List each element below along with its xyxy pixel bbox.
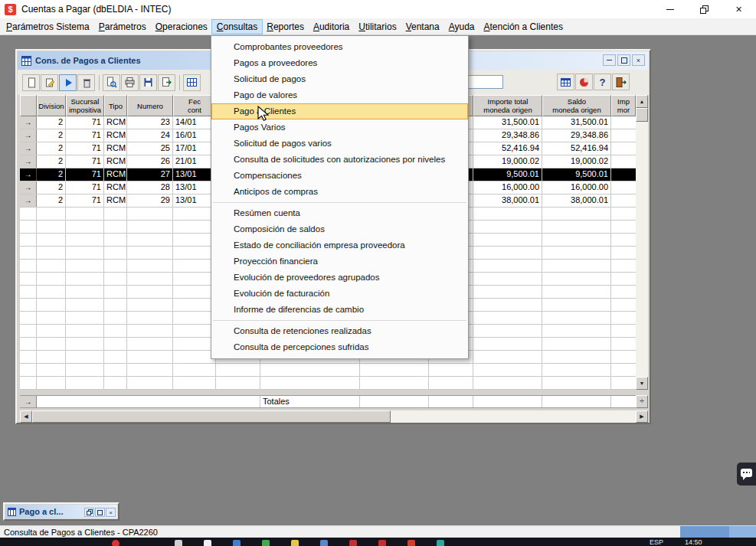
export-button[interactable] <box>158 74 175 91</box>
menu-item[interactable]: Consulta de percepciones sufridas <box>211 339 468 355</box>
table-cell[interactable]: 2 <box>37 181 66 194</box>
save-button[interactable] <box>139 74 157 91</box>
horizontal-scroll-thumb[interactable] <box>32 410 391 423</box>
menu-ayuda[interactable]: Ayuda <box>444 20 479 34</box>
column-header-importe[interactable]: Importe totalmoneda origen <box>473 95 542 116</box>
menu-reportes[interactable]: Reportes <box>262 20 309 34</box>
table-cell[interactable]: 27 <box>127 168 173 181</box>
table-cell[interactable]: 2 <box>37 142 66 155</box>
table-cell[interactable]: 13/01 <box>173 168 216 181</box>
menu-auditoria[interactable]: Auditoria <box>309 20 354 34</box>
taskbar-icon[interactable] <box>262 540 270 546</box>
table-cell[interactable]: 38,000.01 <box>473 195 542 207</box>
edit-button[interactable] <box>41 74 58 91</box>
menu-atencion-a-clientes[interactable]: Atención a Clientes <box>479 20 568 34</box>
table-cell[interactable]: 29,348.86 <box>542 129 611 142</box>
table-cell[interactable]: 23 <box>127 116 173 129</box>
child-maximize-button[interactable] <box>617 54 630 66</box>
table-cell[interactable]: 16,000.00 <box>542 181 611 194</box>
table-cell[interactable] <box>611 129 636 142</box>
taskbar-icon[interactable] <box>349 540 357 546</box>
scroll-down-button[interactable]: ▼ <box>636 377 648 390</box>
table-cell[interactable]: 52,416.94 <box>542 142 611 155</box>
close-button[interactable]: × <box>722 0 756 18</box>
language-indicator[interactable]: ESP <box>650 538 663 546</box>
table-cell[interactable]: 26 <box>127 155 173 168</box>
vertical-scroll-thumb[interactable] <box>636 108 648 122</box>
menu-item[interactable]: Proyección financiera <box>211 253 468 270</box>
vertical-scrollbar[interactable]: ▲ ▼ <box>636 95 648 390</box>
column-header-imp[interactable]: Impmor <box>611 95 636 116</box>
menu-parametros[interactable]: Parámetros <box>94 20 151 34</box>
menu-parametros-sistema[interactable]: Parámetros Sistema <box>2 20 94 34</box>
table-cell[interactable]: 14/01 <box>173 116 216 129</box>
menu-item[interactable]: Pago de valores <box>211 87 468 103</box>
menu-utilitarios[interactable]: Utilitarios <box>354 20 401 34</box>
taskbar-icon[interactable] <box>320 540 328 546</box>
table-cell[interactable]: 71 <box>66 181 104 194</box>
taskbar-icon[interactable] <box>175 540 182 546</box>
menu-item[interactable]: Estado de conciliación empresa proveedor… <box>211 237 468 253</box>
table-cell[interactable]: 13/01 <box>173 195 216 207</box>
exit-button[interactable] <box>612 74 630 90</box>
column-header-fecha[interactable]: Feccont <box>173 95 216 116</box>
table-cell[interactable]: 2 <box>37 116 66 129</box>
child-minimize-button[interactable] <box>603 54 616 66</box>
menu-item[interactable]: Informe de diferencias de cambio <box>211 302 468 318</box>
table-cell[interactable]: 16,000.00 <box>473 181 542 194</box>
menu-item[interactable]: Compensaciones <box>211 168 468 184</box>
table-cell[interactable]: RCM <box>104 155 127 168</box>
help-button[interactable]: ? <box>594 74 611 90</box>
table-cell[interactable] <box>611 181 636 194</box>
table-cell[interactable]: RCM <box>104 129 127 142</box>
table-cell[interactable] <box>611 155 636 168</box>
minimized-window[interactable]: Pago a cl... × <box>3 502 119 521</box>
print-button[interactable] <box>121 74 139 91</box>
menu-consultas[interactable]: Consultas <box>212 20 262 34</box>
taskbar-icon[interactable] <box>378 540 386 546</box>
run-button[interactable] <box>59 74 77 91</box>
table-cell[interactable]: 71 <box>66 195 104 207</box>
preview-button[interactable] <box>103 74 120 91</box>
restore-button[interactable] <box>687 0 722 18</box>
table-cell[interactable]: RCM <box>104 142 127 155</box>
maximize-button[interactable] <box>95 508 105 517</box>
column-header-sucursal[interactable]: Sucursalimpositiva <box>66 95 104 116</box>
table-cell[interactable] <box>611 142 636 155</box>
table-cell[interactable]: RCM <box>104 181 127 194</box>
horizontal-scrollbar[interactable]: ◀ ▶ <box>20 410 648 423</box>
new-button[interactable] <box>22 74 40 91</box>
menu-item[interactable]: Consulta de solicitudes con autorizacion… <box>211 152 468 168</box>
table-cell[interactable]: 17/01 <box>173 142 216 155</box>
menu-item-pago-a-clientes[interactable]: Pago a Clientes <box>211 103 468 119</box>
table-cell[interactable]: 13/01 <box>173 181 216 194</box>
chart-button[interactable] <box>575 74 593 90</box>
restore-button[interactable] <box>84 508 94 517</box>
table-cell[interactable]: RCM <box>104 168 127 181</box>
column-header-numero[interactable]: Numero <box>127 95 173 116</box>
minimize-button[interactable] <box>653 0 687 18</box>
table-cell[interactable]: 2 <box>37 129 66 142</box>
taskbar-icon[interactable] <box>233 540 241 546</box>
close-button[interactable]: × <box>106 508 116 517</box>
menu-item[interactable]: Comprobantes proveedores <box>211 39 468 55</box>
table-view-button[interactable] <box>557 74 574 90</box>
menu-item[interactable]: Solicitud de pagos varios <box>211 136 468 152</box>
minimized-window-titlebar[interactable]: Pago a cl... × <box>5 505 117 518</box>
taskbar-icon[interactable] <box>437 540 444 546</box>
clock[interactable]: 14:50 <box>685 538 702 546</box>
scroll-right-button[interactable]: ▶ <box>636 410 648 423</box>
scroll-up-button[interactable]: ▲ <box>636 95 648 108</box>
table-cell[interactable]: 25 <box>127 142 173 155</box>
column-header-tipo[interactable]: Tipo <box>104 95 127 116</box>
grid-view-button[interactable] <box>183 74 201 91</box>
taskbar-icon[interactable] <box>204 540 211 546</box>
table-cell[interactable]: 38,000.01 <box>542 195 611 207</box>
menu-item[interactable]: Evolución de facturación <box>211 286 468 302</box>
chat-bubble-widget[interactable] <box>737 463 756 486</box>
table-cell[interactable]: 71 <box>66 155 104 168</box>
table-cell[interactable]: 71 <box>66 116 104 129</box>
table-cell[interactable]: 19,000.02 <box>542 155 611 168</box>
menu-ventana[interactable]: Ventana <box>401 20 444 34</box>
menu-item[interactable]: Composición de saldos <box>211 221 468 237</box>
